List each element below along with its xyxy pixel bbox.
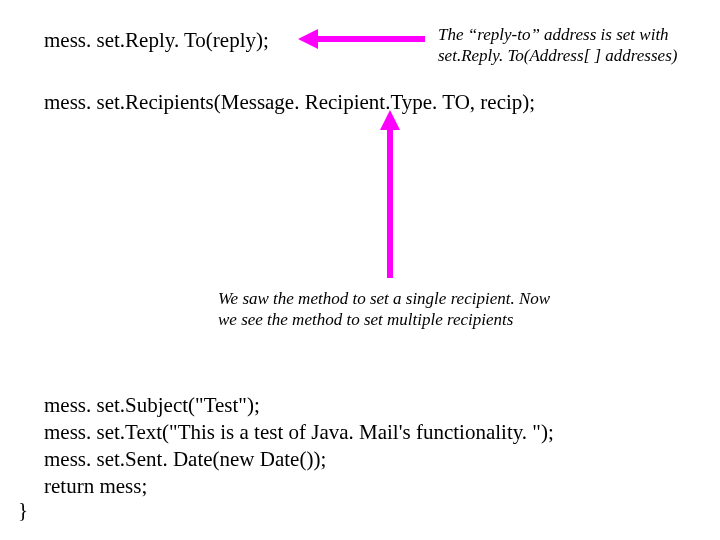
arrow-left-head-icon: [298, 29, 318, 49]
code-line-recipients: mess. set.Recipients(Message. Recipient.…: [44, 90, 535, 115]
code-line-sent-date: mess. set.Sent. Date(new Date());: [44, 446, 554, 473]
arrow-up-head-icon: [380, 110, 400, 130]
code-close-brace: }: [18, 498, 28, 523]
annotation-recipients-line2: we see the method to set multiple recipi…: [218, 309, 638, 330]
annotation-reply-to-line1: The “reply-to” address is set with: [438, 24, 677, 45]
code-line-subject: mess. set.Subject("Test");: [44, 392, 554, 419]
code-line-text: mess. set.Text("This is a test of Java. …: [44, 419, 554, 446]
annotation-reply-to-line2: set.Reply. To(Address[ ] addresses): [438, 45, 677, 66]
code-line-return: return mess;: [44, 473, 554, 500]
annotation-recipients: We saw the method to set a single recipi…: [218, 288, 638, 331]
arrow-left-shaft: [315, 36, 425, 42]
code-block-bottom: mess. set.Subject("Test"); mess. set.Tex…: [44, 392, 554, 500]
annotation-reply-to: The “reply-to” address is set with set.R…: [438, 24, 677, 67]
code-line-reply-to: mess. set.Reply. To(reply);: [44, 28, 269, 53]
arrow-up-shaft: [387, 128, 393, 278]
annotation-recipients-line1: We saw the method to set a single recipi…: [218, 288, 638, 309]
